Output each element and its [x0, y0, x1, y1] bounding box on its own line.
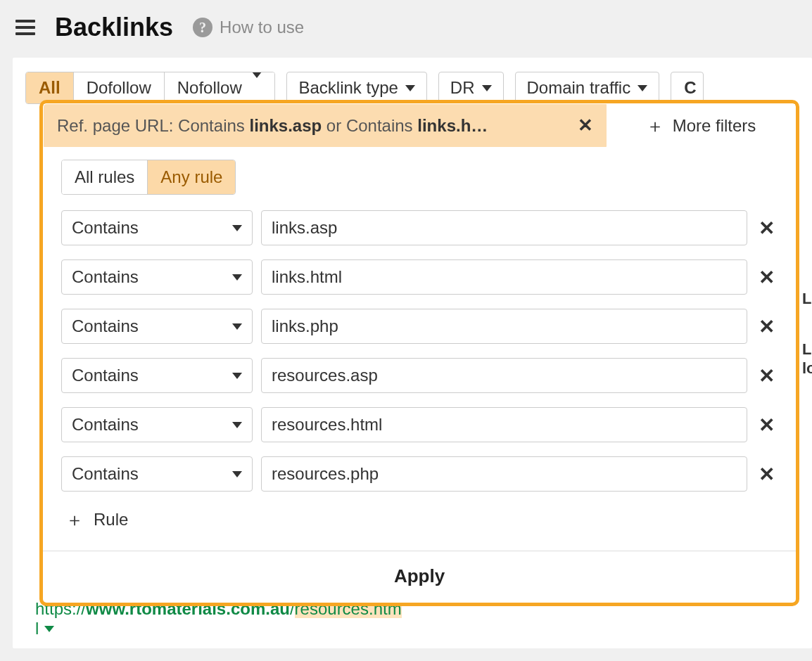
page-title: Backlinks: [55, 13, 173, 42]
plus-icon: ＋: [65, 511, 84, 529]
rule-value-input[interactable]: [261, 456, 747, 492]
rule-value-input[interactable]: [261, 309, 747, 344]
chevron-down-icon: [232, 225, 242, 231]
close-icon[interactable]: ✕: [756, 364, 778, 387]
chevron-down-icon[interactable]: [44, 626, 54, 632]
plus-icon: ＋: [646, 117, 664, 135]
chevron-down-icon: [482, 85, 492, 91]
seg-nofollow[interactable]: Nofollow: [165, 72, 275, 103]
apply-button[interactable]: Apply: [43, 551, 796, 603]
rule-operator-select[interactable]: Contains: [61, 210, 253, 245]
rule-value-input[interactable]: [261, 210, 747, 245]
rule-row: Contains✕: [61, 210, 778, 245]
page-header: Backlinks ? How to use: [0, 0, 812, 58]
seg-nofollow-label: Nofollow: [177, 78, 242, 97]
rule-operator-select[interactable]: Contains: [61, 358, 253, 393]
filter-panel: All rules Any rule Contains✕Contains✕Con…: [39, 100, 799, 606]
rule-row: Contains✕: [61, 358, 778, 393]
close-icon[interactable]: ✕: [756, 217, 778, 240]
help-icon: ?: [193, 18, 212, 37]
how-to-use-label: How to use: [220, 18, 304, 37]
chevron-down-icon: [232, 373, 242, 379]
rule-value-input[interactable]: [261, 259, 747, 295]
main-card: All Dofollow Nofollow Backlink type DR D…: [13, 58, 812, 648]
chevron-down-icon: [232, 323, 242, 330]
close-icon[interactable]: ✕: [756, 266, 778, 289]
chevron-down-icon: [637, 85, 647, 91]
rule-operator-select[interactable]: Contains: [61, 456, 253, 492]
close-icon[interactable]: ✕: [756, 463, 778, 486]
seg-all[interactable]: All: [26, 72, 74, 103]
rule-value-input[interactable]: [261, 407, 747, 442]
chevron-down-icon: [405, 85, 415, 91]
close-icon[interactable]: ✕: [756, 315, 778, 338]
rule-row: Contains✕: [61, 309, 778, 344]
rule-row: Contains✕: [61, 259, 778, 295]
match-all-rules[interactable]: All rules: [62, 160, 148, 194]
rule-value-input[interactable]: [261, 358, 747, 393]
how-to-use-link[interactable]: ? How to use: [193, 18, 304, 37]
rules-list: Contains✕Contains✕Contains✕Contains✕Cont…: [61, 210, 778, 492]
active-filter-bar: Ref. page URL: Contains links.asp or Con…: [44, 104, 795, 147]
chevron-down-icon: [232, 471, 242, 477]
add-rule-button[interactable]: ＋ Rule: [61, 506, 128, 546]
match-any-rule[interactable]: Any rule: [148, 160, 235, 194]
chevron-down-icon: [252, 72, 262, 97]
more-filters-button[interactable]: ＋ More filters: [607, 104, 795, 147]
rule-operator-select[interactable]: Contains: [61, 259, 253, 295]
seg-dofollow[interactable]: Dofollow: [74, 72, 165, 103]
active-filter-chip[interactable]: Ref. page URL: Contains links.asp or Con…: [44, 104, 607, 147]
chevron-down-icon: [232, 274, 242, 281]
rule-match-toggle: All rules Any rule: [61, 160, 236, 195]
rule-row: Contains✕: [61, 407, 778, 442]
chevron-down-icon: [232, 422, 242, 428]
menu-icon[interactable]: [15, 20, 35, 35]
close-icon[interactable]: ✕: [756, 413, 778, 437]
rule-row: Contains✕: [61, 456, 778, 492]
rule-operator-select[interactable]: Contains: [61, 407, 253, 442]
close-icon[interactable]: ✕: [578, 115, 593, 136]
rule-operator-select[interactable]: Contains: [61, 309, 253, 344]
table-header-peek: L L lo: [802, 290, 812, 378]
